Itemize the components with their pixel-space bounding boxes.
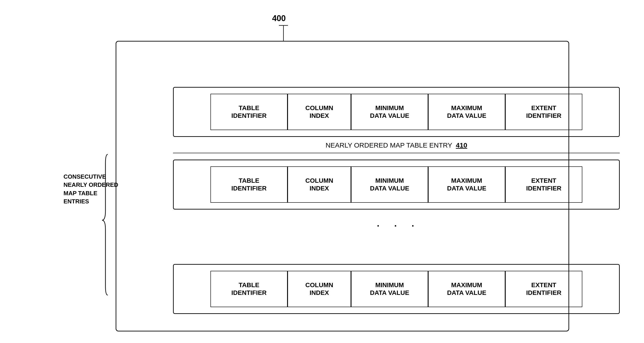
- main-diagram-box: TABLEIDENTIFIER COLUMNINDEX MINIMUMDATA …: [116, 41, 569, 331]
- cell-extent-id-3: EXTENTIDENTIFIER: [505, 271, 582, 307]
- entry-label-area: NEARLY ORDERED MAP TABLE ENTRY 410: [173, 141, 620, 149]
- brace-label: CONSECUTIVENEARLY ORDEREDMAP TABLEENTRIE…: [64, 173, 118, 206]
- h-divider-1: [173, 153, 620, 153]
- cell-extent-id-2: EXTENTIDENTIFIER: [505, 166, 582, 203]
- entry-ref-underline: 410: [456, 141, 467, 149]
- cell-table-id-3: TABLEIDENTIFIER: [210, 271, 288, 307]
- cell-table-id-2: TABLEIDENTIFIER: [210, 166, 288, 203]
- entry-row-2: TABLEIDENTIFIER COLUMNINDEX MINIMUMDATA …: [173, 160, 620, 209]
- cell-col-idx-2: COLUMNINDEX: [288, 166, 351, 203]
- diagram-container: 400 NEARLY ORDERED MAP TABLE 410-1 410-2…: [64, 14, 617, 331]
- entry-label-text: NEARLY ORDERED MAP TABLE ENTRY 410: [326, 141, 467, 149]
- cell-min-data-2: MINIMUMDATA VALUE: [351, 166, 428, 203]
- cell-max-data-2: MAXIMUMDATA VALUE: [428, 166, 505, 203]
- cell-col-idx-1: COLUMNINDEX: [288, 94, 351, 130]
- cell-max-data-1: MAXIMUMDATA VALUE: [428, 94, 505, 130]
- cell-max-data-3: MAXIMUMDATA VALUE: [428, 271, 505, 307]
- cell-extent-id-1: EXTENTIDENTIFIER: [505, 94, 582, 130]
- cells-row-1: TABLEIDENTIFIER COLUMNINDEX MINIMUMDATA …: [174, 88, 619, 136]
- dots-separator: · · ·: [173, 221, 620, 231]
- cell-min-data-3: MINIMUMDATA VALUE: [351, 271, 428, 307]
- entry-row-1: TABLEIDENTIFIER COLUMNINDEX MINIMUMDATA …: [173, 87, 620, 137]
- cells-row-2: TABLEIDENTIFIER COLUMNINDEX MINIMUMDATA …: [174, 160, 619, 209]
- cells-row-3: TABLEIDENTIFIER COLUMNINDEX MINIMUMDATA …: [174, 265, 619, 313]
- cell-table-id-1: TABLEIDENTIFIER: [210, 94, 288, 130]
- entry-row-3: TABLEIDENTIFIER COLUMNINDEX MINIMUMDATA …: [173, 264, 620, 314]
- ref-400-label: 400: [272, 14, 286, 23]
- cell-col-idx-3: COLUMNINDEX: [288, 271, 351, 307]
- cell-min-data-1: MINIMUMDATA VALUE: [351, 94, 428, 130]
- left-brace-area: CONSECUTIVENEARLY ORDEREDMAP TABLEENTRIE…: [64, 123, 114, 295]
